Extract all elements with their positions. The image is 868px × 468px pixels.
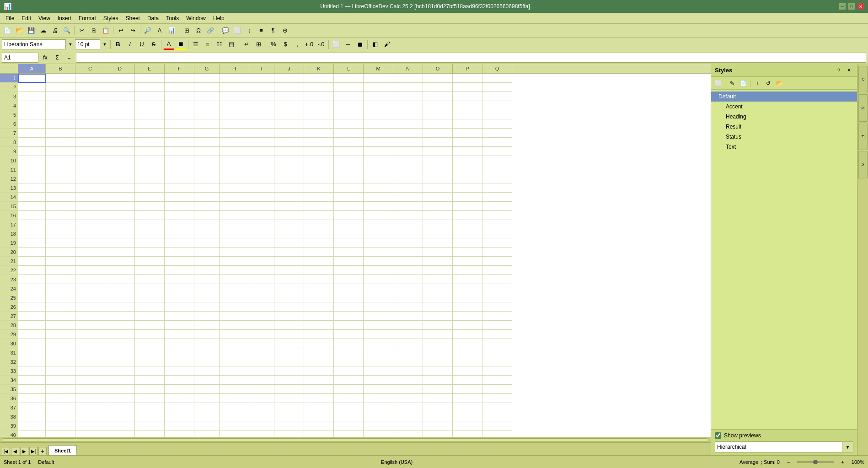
sheet-nav-prev[interactable]: ◀ <box>11 447 19 455</box>
cell-B27[interactable] <box>46 312 75 321</box>
cell-P32[interactable] <box>453 357 482 366</box>
cell-L32[interactable] <box>334 357 364 366</box>
cell-K33[interactable] <box>304 366 334 376</box>
menu-item-view[interactable]: View <box>35 14 54 22</box>
toolbar-btn-find[interactable]: 🔎 <box>142 25 153 36</box>
cell-I23[interactable] <box>249 275 274 284</box>
cell-I37[interactable] <box>249 403 274 412</box>
row-num-36[interactable]: 36 <box>0 394 18 403</box>
cell-H24[interactable] <box>220 284 249 293</box>
cell-F5[interactable] <box>165 110 194 119</box>
cell-C17[interactable] <box>75 220 105 229</box>
cell-L7[interactable] <box>334 129 364 138</box>
cell-Q29[interactable] <box>482 330 512 339</box>
sheet-nav-next[interactable]: ▶ <box>20 447 28 455</box>
cell-H16[interactable] <box>220 211 249 220</box>
cell-F23[interactable] <box>165 275 194 284</box>
cell-Q33[interactable] <box>482 366 512 376</box>
cell-C15[interactable] <box>75 202 105 211</box>
cell-H37[interactable] <box>220 403 249 412</box>
cell-Q4[interactable] <box>482 101 512 110</box>
cell-D11[interactable] <box>105 165 135 174</box>
cell-G23[interactable] <box>194 275 220 284</box>
fmt-btn-bg-color[interactable]: ◼ <box>175 39 186 50</box>
cell-O4[interactable] <box>423 101 453 110</box>
cell-I40[interactable] <box>249 430 274 437</box>
cell-O12[interactable] <box>423 174 453 183</box>
cell-H17[interactable] <box>220 220 249 229</box>
cell-G35[interactable] <box>194 385 220 394</box>
cell-B38[interactable] <box>46 412 75 421</box>
cell-F13[interactable] <box>165 183 194 193</box>
row-num-23[interactable]: 23 <box>0 275 18 284</box>
cell-A2[interactable] <box>18 83 46 92</box>
cell-B12[interactable] <box>46 174 75 183</box>
row-num-25[interactable]: 25 <box>0 293 18 302</box>
cell-K23[interactable] <box>304 275 334 284</box>
cell-G5[interactable] <box>194 110 220 119</box>
status-zoom-minus[interactable]: − <box>787 459 790 465</box>
cell-I25[interactable] <box>249 293 274 302</box>
cell-H27[interactable] <box>220 312 249 321</box>
cell-M3[interactable] <box>364 92 393 101</box>
cell-G14[interactable] <box>194 193 220 202</box>
cell-C35[interactable] <box>75 385 105 394</box>
cell-D5[interactable] <box>105 110 135 119</box>
sheet-tab-sheet1[interactable]: Sheet1 <box>48 445 77 455</box>
fmt-btn-shadow-btn[interactable]: ◧ <box>370 39 380 50</box>
cell-J18[interactable] <box>274 229 304 238</box>
cell-Q14[interactable] <box>482 193 512 202</box>
cell-G18[interactable] <box>194 229 220 238</box>
cell-H2[interactable] <box>220 83 249 92</box>
cell-E14[interactable] <box>135 193 165 202</box>
cell-E21[interactable] <box>135 257 165 266</box>
cell-K25[interactable] <box>304 293 334 302</box>
toolbar-btn-table[interactable]: ⊞ <box>181 25 192 36</box>
cell-H6[interactable] <box>220 119 249 129</box>
cell-J15[interactable] <box>274 202 304 211</box>
cell-J36[interactable] <box>274 394 304 403</box>
col-header-D[interactable]: D <box>105 64 135 73</box>
cell-F37[interactable] <box>165 403 194 412</box>
cell-F35[interactable] <box>165 385 194 394</box>
cell-A8[interactable] <box>18 138 46 147</box>
cell-C14[interactable] <box>75 193 105 202</box>
cell-A38[interactable] <box>18 412 46 421</box>
cell-H29[interactable] <box>220 330 249 339</box>
cell-B29[interactable] <box>46 330 75 339</box>
cell-K36[interactable] <box>304 394 334 403</box>
cell-F28[interactable] <box>165 321 194 330</box>
menu-item-data[interactable]: Data <box>144 14 162 22</box>
cell-M19[interactable] <box>364 238 393 247</box>
cell-I28[interactable] <box>249 321 274 330</box>
cell-A1[interactable] <box>18 74 46 83</box>
cell-B9[interactable] <box>46 147 75 156</box>
cell-C39[interactable] <box>75 421 105 430</box>
cell-K2[interactable] <box>304 83 334 92</box>
cell-L21[interactable] <box>334 257 364 266</box>
cell-K30[interactable] <box>304 339 334 348</box>
cell-D36[interactable] <box>105 394 135 403</box>
cell-C37[interactable] <box>75 403 105 412</box>
cell-B32[interactable] <box>46 357 75 366</box>
cell-A10[interactable] <box>18 156 46 165</box>
row-num-26[interactable]: 26 <box>0 302 18 312</box>
toolbar-btn-paste[interactable]: 📋 <box>100 25 111 36</box>
cell-D10[interactable] <box>105 156 135 165</box>
cell-E17[interactable] <box>135 220 165 229</box>
row-num-33[interactable]: 33 <box>0 366 18 376</box>
toolbar-btn-save-remote[interactable]: ☁ <box>38 25 48 36</box>
cell-G13[interactable] <box>194 183 220 193</box>
cell-E4[interactable] <box>135 101 165 110</box>
cell-E15[interactable] <box>135 202 165 211</box>
cell-M29[interactable] <box>364 330 393 339</box>
cell-Q9[interactable] <box>482 147 512 156</box>
row-num-24[interactable]: 24 <box>0 284 18 293</box>
cell-P17[interactable] <box>453 220 482 229</box>
cell-O8[interactable] <box>423 138 453 147</box>
cell-O27[interactable] <box>423 312 453 321</box>
cell-B23[interactable] <box>46 275 75 284</box>
cell-E19[interactable] <box>135 238 165 247</box>
cell-E10[interactable] <box>135 156 165 165</box>
toolbar-btn-new[interactable]: 📄 <box>2 25 13 36</box>
